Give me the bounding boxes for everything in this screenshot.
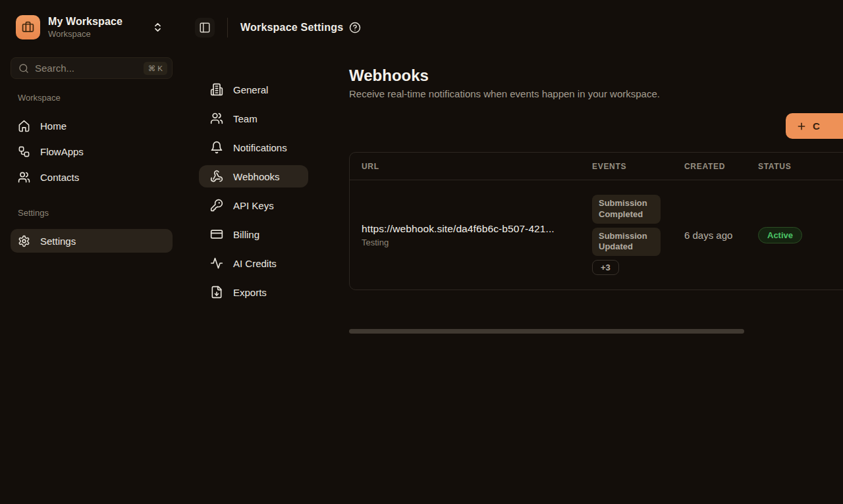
status-badge: Active — [758, 227, 802, 243]
webhook-events-cell: Submission Completed Submission Updated … — [592, 195, 684, 276]
briefcase-icon — [22, 21, 34, 34]
gear-icon — [18, 235, 30, 247]
sidebar-item-settings[interactable]: Settings — [11, 229, 173, 253]
settings-nav-exports[interactable]: Exports — [199, 281, 308, 303]
sidebar-section-workspace-label: Workspace — [18, 93, 61, 103]
activity-icon — [210, 257, 223, 270]
house-icon — [18, 120, 30, 132]
page-title: Webhooks — [349, 66, 429, 85]
key-icon — [210, 199, 223, 212]
column-header-events: EVENTS — [592, 162, 684, 171]
sidebar-workspace-items: Home FlowApps Contacts — [11, 116, 173, 193]
workspace-avatar — [16, 15, 40, 39]
settings-nav-label: Webhooks — [233, 171, 280, 182]
settings-nav-label: Exports — [233, 287, 267, 298]
settings-nav-label: API Keys — [233, 200, 274, 211]
page-subtitle: Receive real-time notifications when eve… — [349, 88, 660, 99]
sidebar-toggle-button[interactable] — [195, 18, 215, 38]
settings-nav-notifications[interactable]: Notifications — [199, 136, 308, 159]
file-down-icon — [210, 286, 223, 299]
workspace-meta: My Workspace Workspace — [48, 16, 152, 39]
sidebar-item-flowapps[interactable]: FlowApps — [11, 141, 173, 161]
panel-left-icon — [199, 22, 211, 34]
create-webhook-button[interactable]: C — [786, 113, 843, 139]
settings-nav: General Team Notifications Webhooks API … — [199, 78, 308, 310]
contacts-icon — [18, 171, 30, 184]
webhook-url-cell: https://webhook.site/da4f6b6c-b507-421..… — [362, 223, 592, 247]
settings-nav-team[interactable]: Team — [199, 107, 308, 130]
sidebar-item-label: Settings — [40, 236, 76, 247]
table-row[interactable]: https://webhook.site/da4f6b6c-b507-421..… — [350, 180, 843, 290]
workspace-name: My Workspace — [48, 16, 152, 28]
search-shortcut-badge: ⌘ K — [144, 62, 167, 75]
settings-nav-label: AI Credits — [233, 258, 277, 269]
sidebar-settings-items: Settings — [11, 229, 173, 259]
plus-icon — [796, 121, 807, 132]
webhooks-table: URL EVENTS CREATED STATUS https://webhoo… — [349, 152, 843, 290]
settings-nav-api-keys[interactable]: API Keys — [199, 194, 308, 216]
horizontal-scrollbar[interactable] — [349, 329, 744, 334]
chevrons-up-down-icon — [152, 22, 163, 33]
webhook-icon — [210, 170, 223, 183]
credit-card-icon — [210, 228, 223, 241]
workspace-switcher[interactable]: My Workspace Workspace — [11, 11, 174, 43]
settings-nav-label: General — [233, 84, 268, 95]
help-button[interactable] — [349, 22, 361, 34]
sidebar-item-label: Home — [40, 120, 67, 132]
settings-nav-label: Billing — [233, 229, 259, 240]
sidebar-section-settings-label: Settings — [18, 208, 49, 218]
sidebar-item-contacts[interactable]: Contacts — [11, 167, 173, 187]
settings-nav-label: Team — [233, 113, 258, 124]
settings-nav-billing[interactable]: Billing — [199, 223, 308, 245]
page-header-title: Workspace Settings — [240, 22, 343, 34]
webhook-name: Testing — [362, 238, 592, 247]
column-header-url: URL — [362, 162, 592, 171]
search-input[interactable] — [35, 63, 144, 74]
webhook-created-cell: 6 days ago — [684, 230, 758, 241]
bell-icon — [210, 141, 223, 154]
events-more-badge: +3 — [592, 260, 619, 275]
settings-nav-webhooks[interactable]: Webhooks — [199, 165, 308, 188]
sidebar-item-label: FlowApps — [40, 146, 84, 157]
workspace-type: Workspace — [48, 29, 152, 39]
column-header-created: CREATED — [684, 162, 758, 171]
event-badge: Submission Updated — [592, 228, 661, 257]
circle-help-icon — [349, 22, 361, 34]
search-icon — [18, 63, 29, 74]
settings-nav-general[interactable]: General — [199, 78, 308, 101]
column-header-status: STATUS — [758, 162, 837, 171]
sidebar-item-home[interactable]: Home — [11, 116, 173, 136]
header-divider — [227, 18, 228, 38]
table-header-row: URL EVENTS CREATED STATUS — [350, 153, 843, 180]
event-badge: Submission Completed — [592, 195, 661, 224]
building-icon — [210, 83, 223, 96]
webhook-url: https://webhook.site/da4f6b6c-b507-421..… — [362, 223, 592, 235]
sidebar: My Workspace Workspace ⌘ K Workspace Hom… — [0, 0, 184, 504]
webhook-status-cell: Active — [758, 227, 837, 243]
settings-nav-label: Notifications — [233, 142, 287, 153]
workflow-icon — [18, 145, 30, 158]
users-icon — [210, 112, 223, 125]
search-box[interactable]: ⌘ K — [11, 57, 173, 79]
topbar: Workspace Settings — [184, 0, 843, 55]
sidebar-item-label: Contacts — [40, 172, 79, 183]
create-webhook-button-label: C — [813, 120, 820, 132]
settings-nav-ai-credits[interactable]: AI Credits — [199, 252, 308, 274]
